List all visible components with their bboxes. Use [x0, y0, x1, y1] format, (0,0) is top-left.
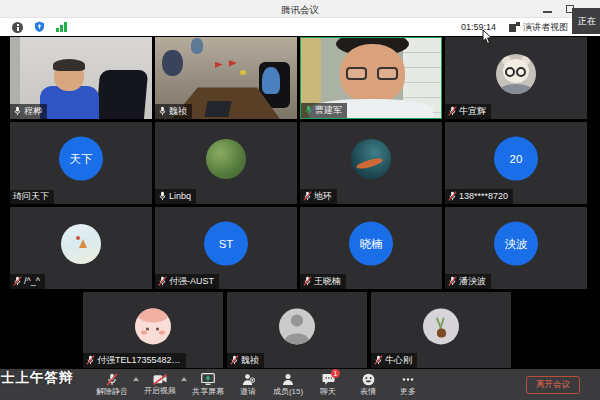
- participant-name-tag: 牛宜辉: [445, 104, 491, 119]
- avatar-default-silhouette: [279, 308, 315, 344]
- unmute-label: 解除静音: [96, 388, 128, 396]
- chat-button[interactable]: 1 聊天: [308, 373, 348, 396]
- members-button[interactable]: 成员(15): [268, 373, 308, 396]
- avatar: [206, 139, 246, 179]
- share-screen-button[interactable]: 共享屏幕: [188, 373, 228, 396]
- avatar-initials: 泱波: [494, 222, 538, 266]
- meeting-controls-toolbar: 解除静音 开启视频 共享屏幕 邀请 成员(15) 1 聊天 表情: [0, 369, 600, 400]
- speaker-view-button[interactable]: 演讲者视图: [509, 21, 568, 34]
- mic-muted-icon: [303, 191, 312, 201]
- avatar: [135, 308, 171, 344]
- window-titlebar: 腾讯会议: [0, 0, 600, 18]
- participant-name-tag: 曹建军: [301, 103, 347, 118]
- participant-name: 潘泱波: [459, 277, 486, 286]
- grid-row-1: 程桦 魏祯 曹建军: [10, 37, 590, 119]
- grid-row-3: /^_^ ST 付强-AUST 晓楠 王晓楠 泱波: [10, 207, 590, 289]
- speaking-indicator-overlay: 正在: [572, 8, 600, 34]
- participant-name-tag: 地环: [300, 189, 337, 204]
- mic-muted-icon: [86, 355, 95, 365]
- more-button[interactable]: 更多: [388, 373, 428, 396]
- video-tile[interactable]: 牛宜辉: [445, 37, 587, 119]
- participant-name: 付强-AUST: [169, 277, 214, 286]
- video-tile[interactable]: 地环: [300, 122, 442, 204]
- video-tile[interactable]: /^_^: [10, 207, 152, 289]
- video-options-caret[interactable]: [181, 377, 187, 381]
- participant-name-tag: 付强TEL17355482…: [83, 353, 186, 368]
- video-tile[interactable]: Linbq: [155, 122, 297, 204]
- avatar: [496, 54, 536, 94]
- mic-muted-icon: [448, 106, 457, 116]
- participant-name: 魏祯: [241, 356, 259, 365]
- invite-button[interactable]: 邀请: [228, 373, 268, 396]
- video-tile[interactable]: 魏祯: [155, 37, 297, 119]
- mic-muted-icon: [13, 276, 22, 286]
- mic-speaking-icon: [304, 105, 313, 115]
- mic-options-caret[interactable]: [133, 377, 139, 381]
- participant-name: 魏祯: [169, 107, 187, 116]
- avatar-initials: 天下: [59, 137, 103, 181]
- mic-muted-icon: [448, 276, 457, 286]
- window-title: 腾讯会议: [0, 4, 600, 17]
- video-tile[interactable]: 天下 琦问天下: [10, 122, 152, 204]
- mic-on-icon: [13, 106, 22, 116]
- emoji-button[interactable]: 表情: [348, 373, 388, 396]
- participant-name: 曹建军: [315, 106, 342, 115]
- tencent-meeting-window: 腾讯会议 01:59:14 演讲者视图 正在: [0, 0, 600, 400]
- meeting-statusbar: 01:59:14 演讲者视图: [0, 18, 600, 36]
- participant-name: 牛心刚: [385, 356, 412, 365]
- avatar: [351, 139, 391, 179]
- avatar: [61, 224, 101, 264]
- chat-unread-badge: 1: [331, 369, 340, 378]
- members-icon: [282, 373, 294, 386]
- invite-label: 邀请: [240, 388, 256, 396]
- start-video-label: 开启视频: [144, 387, 176, 395]
- participant-name-tag: 付强-AUST: [155, 274, 219, 289]
- video-tile[interactable]: 牛心刚: [371, 292, 511, 368]
- mic-muted-icon: [448, 191, 457, 201]
- video-tile[interactable]: 20 138****8720: [445, 122, 587, 204]
- participant-name: /^_^: [24, 277, 40, 286]
- video-tile[interactable]: 泱波 潘泱波: [445, 207, 587, 289]
- mic-on-icon: [158, 106, 167, 116]
- avatar-initials: ST: [204, 222, 248, 266]
- participant-name: 地环: [314, 192, 332, 201]
- participant-name: 牛宜辉: [459, 107, 486, 116]
- video-tile[interactable]: 魏祯: [227, 292, 367, 368]
- grid-row-2: 天下 琦问天下 Linbq 地环 20: [10, 122, 590, 204]
- participant-name: 琦问天下: [13, 192, 49, 201]
- video-grid: 程桦 魏祯 曹建军: [10, 37, 590, 371]
- mic-muted-icon: [230, 355, 239, 365]
- mic-on-icon: [158, 191, 167, 201]
- participant-name-tag: /^_^: [10, 274, 45, 289]
- minimize-button[interactable]: [543, 11, 552, 13]
- more-label: 更多: [400, 388, 416, 396]
- participant-name: 138****8720: [459, 192, 508, 201]
- video-tile[interactable]: 晓楠 王晓楠: [300, 207, 442, 289]
- share-screen-icon: [201, 373, 215, 386]
- video-tile-active-speaker[interactable]: 曹建军: [300, 37, 442, 119]
- avatar-initials: 晓楠: [349, 222, 393, 266]
- video-tile[interactable]: ST 付强-AUST: [155, 207, 297, 289]
- statusbar-left: [12, 18, 67, 36]
- participant-name: Linbq: [169, 192, 191, 201]
- leave-meeting-button[interactable]: 离开会议: [526, 376, 580, 394]
- participant-name-tag: 潘泱波: [445, 274, 491, 289]
- avatar: [423, 308, 459, 344]
- members-label: 成员(15): [273, 388, 303, 396]
- video-tile[interactable]: 付强TEL17355482…: [83, 292, 223, 368]
- start-video-button[interactable]: 开启视频: [140, 374, 180, 395]
- emoji-label: 表情: [360, 388, 376, 396]
- network-signal-icon[interactable]: [56, 22, 67, 32]
- more-dots-icon: [401, 373, 415, 386]
- meeting-title-overlay: 士上午答辩: [1, 369, 74, 387]
- invite-person-icon: [242, 373, 255, 386]
- meeting-info-icon[interactable]: [12, 22, 23, 33]
- video-tile[interactable]: 程桦: [10, 37, 152, 119]
- participant-name: 王晓楠: [314, 277, 341, 286]
- avatar-initials: 20: [494, 137, 538, 181]
- security-shield-icon[interactable]: [34, 21, 45, 33]
- unmute-button[interactable]: 解除静音: [92, 373, 132, 396]
- layout-view-icon: [509, 22, 520, 32]
- participant-name-tag: 138****8720: [445, 189, 513, 204]
- participant-name: 程桦: [24, 107, 42, 116]
